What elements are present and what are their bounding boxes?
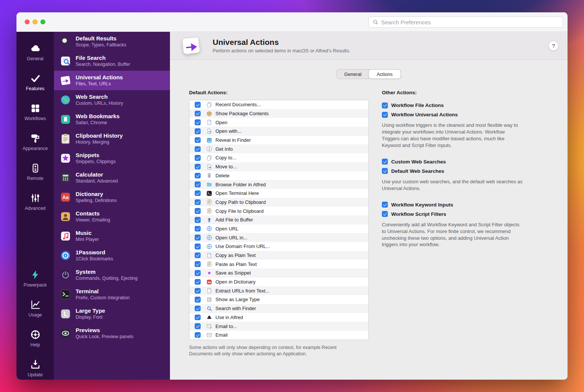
feature-item-web-bookmarks[interactable]: Web Bookmarks Safari, Chrome bbox=[54, 110, 170, 129]
action-checkbox[interactable] bbox=[195, 235, 201, 241]
sidebar-item-powerpack[interactable]: Powerpack bbox=[16, 264, 54, 294]
action-row-open-with[interactable]: Open with... bbox=[189, 127, 368, 136]
action-row-save-as-snippet[interactable]: Save as Snippet bbox=[189, 269, 368, 278]
action-row-reveal-in-finder[interactable]: Reveal in Finder bbox=[189, 136, 368, 145]
feature-item-clipboard-history[interactable]: Clipboard History History, Merging bbox=[54, 129, 170, 148]
feature-item-dictionary[interactable]: Aa Dictionary Spelling, Definitions bbox=[54, 187, 170, 207]
action-checkbox[interactable] bbox=[195, 173, 201, 179]
action-checkbox[interactable] bbox=[195, 332, 201, 338]
option-checkbox[interactable] bbox=[382, 159, 388, 165]
action-checkbox[interactable] bbox=[195, 323, 201, 329]
option-checkbox[interactable] bbox=[382, 112, 388, 118]
action-row-move-to[interactable]: Move to... bbox=[189, 162, 368, 171]
action-row-add-file-to-buffer[interactable]: Add File to Buffer bbox=[189, 215, 368, 224]
sidebar-item-remote[interactable]: Remote bbox=[16, 157, 54, 187]
feature-item-snippets[interactable]: Snippets Snippets, Clippings bbox=[54, 148, 170, 168]
action-checkbox[interactable] bbox=[195, 226, 201, 232]
option-row-secondary[interactable]: Workflow Universal Actions bbox=[382, 110, 529, 119]
sidebar-item-help[interactable]: Help bbox=[16, 324, 54, 353]
feature-item-web-search[interactable]: Web Search Custom, URLs, History bbox=[54, 90, 170, 110]
sidebar-item-appearance[interactable]: Appearance bbox=[16, 127, 54, 157]
option-row-secondary[interactable]: Default Web Searches bbox=[382, 166, 529, 176]
feature-item-terminal[interactable]: Terminal Prefix, Custom Integration bbox=[54, 285, 170, 304]
action-row-use-domain-from-url[interactable]: Use Domain From URL... bbox=[189, 242, 368, 251]
sidebar-item-usage[interactable]: Usage bbox=[16, 294, 54, 324]
search-preferences-field[interactable] bbox=[368, 16, 563, 28]
action-checkbox[interactable] bbox=[195, 146, 201, 152]
feature-item-1password[interactable]: 1Password 1Click Bookmarks bbox=[54, 246, 170, 265]
action-checkbox[interactable] bbox=[195, 244, 201, 249]
action-checkbox[interactable] bbox=[195, 128, 201, 134]
sidebar-item-features[interactable]: Features bbox=[16, 67, 54, 97]
action-checkbox[interactable] bbox=[195, 261, 201, 267]
action-checkbox[interactable] bbox=[195, 137, 201, 143]
action-row-email[interactable]: Email bbox=[189, 331, 368, 340]
action-checkbox[interactable] bbox=[195, 181, 201, 187]
feature-item-default-results[interactable]: Default Results Scope, Types, Fallbacks bbox=[54, 32, 170, 51]
action-checkbox[interactable] bbox=[195, 102, 201, 108]
sidebar-item-general[interactable]: General bbox=[16, 37, 54, 67]
action-checkbox[interactable] bbox=[195, 164, 201, 170]
action-checkbox[interactable] bbox=[195, 111, 201, 117]
action-row-extract-urls-from-text[interactable]: Extract URLs from Text... bbox=[189, 286, 368, 295]
action-row-open-terminal-here[interactable]: Open Terminal Here bbox=[189, 189, 368, 198]
action-row-open-url[interactable]: Open URL bbox=[189, 224, 368, 233]
feature-item-previews[interactable]: Previews Quick Look, Preview panels bbox=[54, 324, 170, 343]
action-row-browse-folder-in-alfred[interactable]: Browse Folder in Alfred bbox=[189, 180, 368, 189]
action-checkbox[interactable] bbox=[195, 315, 201, 321]
action-row-email-to[interactable]: Email to... bbox=[189, 322, 368, 331]
option-checkbox[interactable] bbox=[382, 211, 388, 217]
action-row-copy-file-to-clipboard[interactable]: Copy File to Clipboard bbox=[189, 206, 368, 215]
option-row-secondary[interactable]: Workflow Script Filters bbox=[382, 209, 529, 219]
feature-item-universal-actions[interactable]: Universal Actions Files, Text, URLs bbox=[54, 71, 170, 90]
action-row-open-in-dictionary[interactable]: Aa Open in Dictionary bbox=[189, 278, 368, 287]
tab-general[interactable]: General bbox=[337, 70, 369, 79]
action-row-paste-as-plain-text[interactable]: Paste as Plain Text bbox=[189, 260, 368, 269]
action-checkbox[interactable] bbox=[195, 270, 201, 276]
action-checkbox[interactable] bbox=[195, 288, 201, 294]
action-checkbox[interactable] bbox=[195, 279, 201, 285]
action-row-open-url-in[interactable]: Open URL in... bbox=[189, 233, 368, 242]
action-checkbox[interactable] bbox=[195, 190, 201, 196]
option-row-primary[interactable]: Workflow File Actions bbox=[382, 101, 529, 110]
option-checkbox[interactable] bbox=[382, 168, 388, 174]
feature-item-large-type[interactable]: L Large Type Display, Font bbox=[54, 304, 170, 324]
action-row-show-package-contents[interactable]: Show Package Contents bbox=[189, 109, 368, 118]
action-row-copy-to[interactable]: Copy to... bbox=[189, 153, 368, 162]
action-checkbox[interactable] bbox=[195, 155, 201, 161]
action-checkbox[interactable] bbox=[195, 297, 201, 303]
feature-item-contacts[interactable]: Contacts Viewer, Emailing bbox=[54, 207, 170, 226]
sidebar-item-advanced[interactable]: Advanced bbox=[16, 187, 54, 217]
feature-item-calculator[interactable]: Calculator Standard, Advanced bbox=[54, 168, 170, 187]
action-checkbox[interactable] bbox=[195, 306, 201, 312]
search-preferences-input[interactable] bbox=[381, 19, 559, 25]
action-row-delete[interactable]: Delete bbox=[189, 171, 368, 180]
feature-item-music[interactable]: Music Mini Player bbox=[54, 226, 170, 246]
action-row-recent-documents[interactable]: Recent Documents... bbox=[189, 100, 368, 109]
action-row-copy-path-to-clipboard[interactable]: Copy Path to Clipboard bbox=[189, 198, 368, 207]
action-checkbox[interactable] bbox=[195, 199, 201, 205]
minimize-window-button[interactable] bbox=[33, 19, 37, 24]
zoom-window-button[interactable] bbox=[40, 19, 45, 24]
option-row-primary[interactable]: Custom Web Searches bbox=[382, 157, 529, 166]
action-checkbox[interactable] bbox=[195, 217, 201, 223]
action-row-search-with-finder[interactable]: Search with Finder bbox=[189, 304, 368, 313]
feature-item-system[interactable]: System Commands, Quitting, Ejecting bbox=[54, 265, 170, 285]
action-row-show-as-large-type[interactable]: L Show as Large Type bbox=[189, 295, 368, 304]
tab-actions[interactable]: Actions bbox=[369, 70, 401, 79]
action-checkbox[interactable] bbox=[195, 208, 201, 214]
action-row-use-in-alfred[interactable]: Use in Alfred bbox=[189, 313, 368, 322]
option-row-primary[interactable]: Workflow Keyword Inputs bbox=[382, 200, 529, 209]
option-checkbox[interactable] bbox=[382, 202, 388, 208]
action-checkbox[interactable] bbox=[195, 252, 201, 258]
action-row-get-info[interactable]: Get Info bbox=[189, 144, 368, 153]
sidebar-item-update[interactable]: Update bbox=[16, 353, 54, 380]
help-button[interactable]: ? bbox=[548, 41, 559, 51]
action-row-open[interactable]: Open bbox=[189, 118, 368, 127]
action-checkbox[interactable] bbox=[195, 119, 201, 125]
option-checkbox[interactable] bbox=[382, 102, 388, 108]
close-window-button[interactable] bbox=[25, 19, 30, 24]
feature-item-file-search[interactable]: File Search Search, Navigation, Buffer bbox=[54, 51, 170, 71]
action-row-copy-as-plain-text[interactable]: Copy as Plain Text bbox=[189, 251, 368, 260]
sidebar-item-workflows[interactable]: Workflows bbox=[16, 97, 54, 127]
